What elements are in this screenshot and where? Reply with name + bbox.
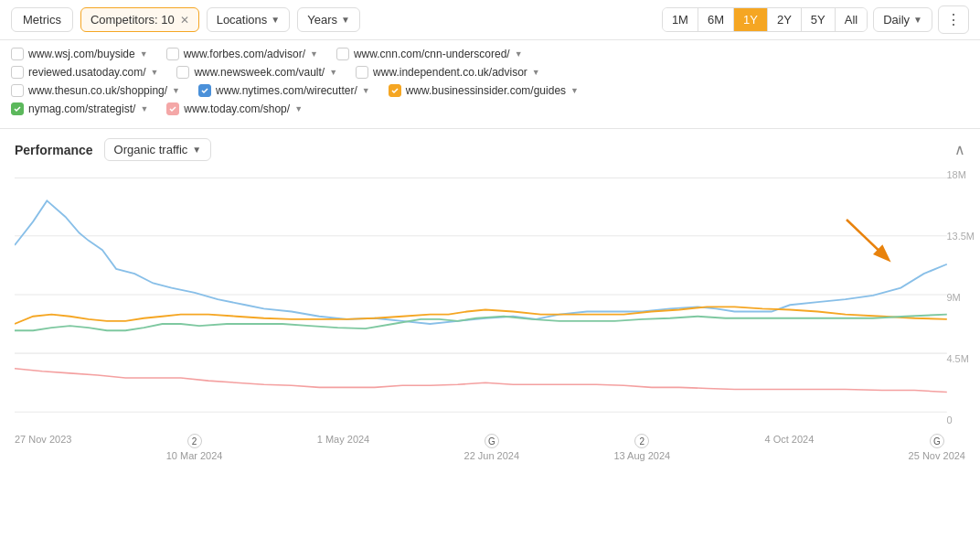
chevron-down-icon[interactable]: ▼ [329,68,337,77]
chevron-down-icon[interactable]: ▼ [515,49,523,59]
chevron-down-icon[interactable]: ▼ [570,86,579,95]
chevron-down-icon: ▼ [913,15,922,25]
toolbar-left: Metrics Competitors: 10 ✕ Locations ▼ Ye… [11,7,655,32]
circle-marker-2[interactable]: 2 [187,434,202,448]
chevron-down-icon[interactable]: ▼ [362,86,370,95]
competitors-row-3: www.thesun.co.uk/shopping/ ▼ www.nytimes… [11,84,969,99]
chevron-down-icon[interactable]: ▼ [310,49,318,59]
svg-line-1 [847,220,888,259]
time-range-buttons: 1M 6M 1Y 2Y 5Y All [662,7,868,32]
chevron-down-icon[interactable]: ▼ [294,104,303,113]
x-label-7: 25 Nov 2024 [909,450,965,461]
daily-label: Daily [883,13,910,27]
competitors-label: Competitors: 10 [91,13,175,27]
competitor-independent-label: www.independent.co.uk/advisor [373,66,527,79]
circle-marker-2b[interactable]: 2 [634,434,649,448]
competitors-button[interactable]: Competitors: 10 ✕ [80,7,199,32]
chart-svg [15,165,965,430]
chevron-down-icon[interactable]: ▼ [172,86,180,95]
competitor-wsj: www.wsj.com/buyside ▼ [11,48,148,60]
x-item-7: G 25 Nov 2024 [909,434,965,461]
competitor-cnn-checkbox[interactable] [336,48,349,60]
competitor-newsweek-label: www.newsweek.com/vault/ [194,66,325,79]
competitor-nymag-checkbox[interactable] [11,102,24,115]
chart-inner: 18M 13.5M 9M 4.5M 0 [15,165,965,430]
competitor-today-label: www.today.com/shop/ [184,102,290,115]
competitors-row-1: www.wsj.com/buyside ▼ www.forbes.com/adv… [11,48,969,62]
competitor-independent: www.independent.co.uk/advisor ▼ [356,66,540,79]
competitor-newsweek-checkbox[interactable] [176,66,189,79]
daily-dropdown[interactable]: Daily ▼ [873,7,932,32]
circle-marker-g2[interactable]: G [930,434,944,448]
y-label-0: 0 [946,414,975,425]
competitor-thesun-label: www.thesun.co.uk/shopping/ [28,84,167,97]
competitor-today: www.today.com/shop/ ▼ [166,102,303,115]
y-label-135m: 13.5M [946,231,975,242]
chevron-down-icon[interactable]: ▼ [140,104,148,113]
time-1y[interactable]: 1Y [734,8,768,31]
competitor-cnn-label: www.cnn.com/cnn-underscored/ [354,48,510,60]
chevron-down-icon: ▼ [341,15,350,25]
competitor-businessinsider-label: www.businessinsider.com/guides [406,84,566,97]
competitor-cnn: www.cnn.com/cnn-underscored/ ▼ [336,48,523,60]
more-options-button[interactable]: ⋮ [938,5,969,34]
time-all[interactable]: All [836,8,867,31]
x-item-6: 4 Oct 2024 [764,434,814,445]
competitor-newsweek: www.newsweek.com/vault/ ▼ [176,66,337,79]
checkmark-icon [390,86,399,95]
time-1m[interactable]: 1M [663,8,698,31]
competitor-nymag-label: nymag.com/strategist/ [28,102,135,115]
y-label-9m: 9M [946,292,975,303]
locations-dropdown[interactable]: Locations ▼ [207,7,291,32]
competitor-forbes-label: www.forbes.com/advisor/ [184,48,305,60]
competitors-section: www.wsj.com/buyside ▼ www.forbes.com/adv… [0,40,980,129]
x-item-3: 1 May 2024 [317,434,369,445]
close-icon[interactable]: ✕ [180,14,189,27]
chevron-down-icon[interactable]: ▼ [140,49,148,59]
checkmark-icon [200,86,209,95]
arrow-annotation [837,215,901,273]
x-item-5: 2 13 Aug 2024 [613,434,670,461]
x-item-1: 27 Nov 2023 [15,434,71,445]
competitor-wirecutter: www.nytimes.com/wirecutter/ ▼ [198,84,370,97]
x-label-1: 27 Nov 2023 [15,434,71,445]
locations-label: Locations [217,13,268,27]
time-6m[interactable]: 6M [698,8,734,31]
time-5y[interactable]: 5Y [802,8,836,31]
x-label-5: 13 Aug 2024 [613,450,670,461]
chevron-down-icon[interactable]: ▼ [151,68,159,77]
competitor-today-checkbox[interactable] [166,102,179,115]
competitor-forbes-checkbox[interactable] [166,48,179,60]
chevron-down-icon: ▼ [192,145,201,155]
years-label: Years [307,13,337,27]
years-dropdown[interactable]: Years ▼ [297,7,360,32]
x-axis: 27 Nov 2023 2 10 Mar 2024 1 May 2024 G 2… [0,432,980,461]
competitor-thesun: www.thesun.co.uk/shopping/ ▼ [11,84,180,97]
competitor-nymag: nymag.com/strategist/ ▼ [11,102,148,115]
performance-header-left: Performance Organic traffic ▼ [15,138,211,161]
competitor-forbes: www.forbes.com/advisor/ ▼ [166,48,318,60]
checkmark-icon [13,104,22,113]
circle-marker-g1[interactable]: G [485,434,499,448]
competitor-wsj-label: www.wsj.com/buyside [28,48,135,60]
metrics-button[interactable]: Metrics [11,7,73,32]
competitor-businessinsider: www.businessinsider.com/guides ▼ [389,84,579,97]
competitor-usatoday-label: reviewed.usatoday.com/ [28,66,146,79]
metric-label: Organic traffic [114,143,188,156]
competitor-usatoday-checkbox[interactable] [11,66,24,79]
competitor-independent-checkbox[interactable] [356,66,368,79]
competitor-wirecutter-checkbox[interactable] [198,84,211,97]
competitor-usatoday: reviewed.usatoday.com/ ▼ [11,66,158,79]
chevron-down-icon[interactable]: ▼ [532,68,540,77]
competitors-row-2: reviewed.usatoday.com/ ▼ www.newsweek.co… [11,66,969,81]
metric-dropdown[interactable]: Organic traffic ▼ [104,138,212,161]
time-2y[interactable]: 2Y [768,8,802,31]
competitor-wsj-checkbox[interactable] [11,48,24,60]
x-item-4: G 22 Jun 2024 [464,434,520,461]
competitor-businessinsider-checkbox[interactable] [389,84,401,97]
performance-title: Performance [15,143,93,157]
collapse-icon[interactable]: ∧ [954,141,965,158]
annotation-arrow-svg [837,215,901,270]
chart-container: 18M 13.5M 9M 4.5M 0 [0,165,980,461]
competitor-thesun-checkbox[interactable] [11,84,24,97]
